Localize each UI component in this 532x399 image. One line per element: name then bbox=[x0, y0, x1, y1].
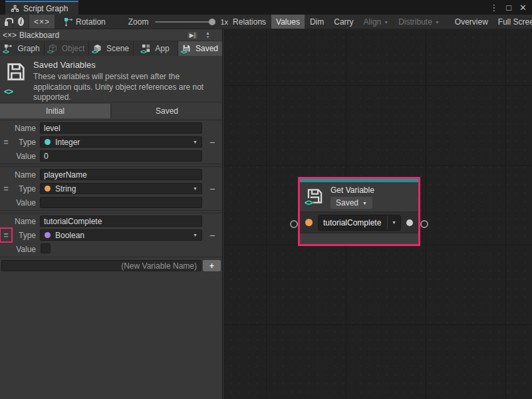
chevron-down-icon: ▼ bbox=[193, 186, 198, 191]
saved-variables-info: <> Saved Variables These variables will … bbox=[0, 56, 222, 102]
remove-variable-button[interactable]: − bbox=[205, 137, 219, 148]
relations-button[interactable]: Relations bbox=[228, 15, 271, 29]
breadcrumb-label: Rotation bbox=[76, 17, 106, 27]
menu-icon[interactable]: ⋮ bbox=[489, 3, 498, 13]
scene-cube-icon: <> bbox=[93, 44, 103, 53]
info-icon: i bbox=[18, 17, 24, 26]
node-title: Get Variable bbox=[331, 186, 374, 195]
saved-variable-icon: <> bbox=[306, 186, 324, 208]
chevron-down-icon: ▼ bbox=[193, 140, 198, 144]
variable-name-input[interactable] bbox=[40, 122, 202, 134]
app-squares-icon: <> bbox=[142, 44, 152, 53]
remove-variable-button[interactable]: − bbox=[205, 230, 219, 241]
object-cube-icon: <> bbox=[49, 44, 59, 53]
value-set-tabs: Initial Saved bbox=[0, 104, 222, 118]
type-color-dot bbox=[45, 139, 51, 145]
variable-name-dropdown[interactable]: tutorialComplete ▼ bbox=[318, 215, 401, 231]
inspect-button[interactable]: i bbox=[13, 15, 29, 29]
graph-toolbar: i <×> Rotation Zoom 1x Relations Values … bbox=[0, 15, 532, 29]
maximize-icon[interactable]: □ bbox=[506, 3, 511, 13]
variable-name-input[interactable] bbox=[40, 169, 202, 180]
overview-button[interactable]: Overview bbox=[450, 15, 493, 29]
zoom-slider[interactable] bbox=[155, 21, 213, 23]
lock-icon bbox=[5, 21, 8, 26]
carry-button[interactable]: Carry bbox=[329, 15, 358, 29]
drag-handle-icon-highlighted[interactable]: = bbox=[1, 229, 11, 241]
zoom-label: Zoom bbox=[128, 17, 149, 27]
variable-value-input[interactable] bbox=[40, 197, 202, 208]
type-color-dot bbox=[45, 186, 51, 192]
graph-port-left[interactable] bbox=[290, 220, 298, 228]
output-port-icon[interactable] bbox=[406, 219, 413, 226]
add-variable-button[interactable]: + bbox=[203, 260, 221, 271]
flow-graph-icon: <> bbox=[4, 44, 14, 53]
node-header[interactable]: <> Get Variable Saved▼ bbox=[300, 182, 418, 211]
new-variable-name-input[interactable] bbox=[1, 260, 201, 271]
variable-scope-dropdown[interactable]: Saved▼ bbox=[331, 197, 372, 209]
chevron-down-icon: ▼ bbox=[387, 215, 400, 230]
tab-saved[interactable]: <> Saved bbox=[178, 41, 222, 56]
type-dropdown[interactable]: String▼ bbox=[40, 183, 202, 194]
lock-button[interactable] bbox=[0, 15, 13, 29]
floppy-disk-icon: <> bbox=[5, 61, 27, 98]
type-dropdown[interactable]: Integer▼ bbox=[40, 136, 202, 148]
window-title: Script Graph bbox=[23, 4, 68, 13]
dim-button[interactable]: Dim bbox=[305, 15, 329, 29]
graph-breadcrumb-root[interactable]: Rotation bbox=[59, 15, 110, 29]
drag-handle-icon[interactable]: = bbox=[1, 182, 11, 195]
input-port-icon[interactable] bbox=[305, 219, 313, 226]
type-color-dot bbox=[45, 232, 51, 238]
variables-toggle-button[interactable]: <×> bbox=[29, 15, 55, 29]
variable-value-input[interactable] bbox=[40, 150, 202, 162]
variable-row: Name = Type Boolean▼ − Value bbox=[0, 213, 222, 257]
align-button: Align▼ bbox=[359, 15, 394, 29]
variable-value-checkbox[interactable] bbox=[41, 243, 51, 253]
drag-handle-icon[interactable]: = bbox=[1, 136, 11, 148]
variable-scope-tabs: <> Graph <> Object <> Scene <> App <> bbox=[0, 41, 222, 56]
graph-port-right[interactable] bbox=[420, 220, 428, 228]
saved-variables-title: Saved Variables bbox=[33, 60, 217, 70]
close-icon[interactable]: ✕ bbox=[519, 3, 527, 13]
blackboard-title: Blackboard bbox=[19, 31, 185, 40]
subtab-saved[interactable]: Saved bbox=[112, 104, 222, 118]
distribute-button: Distribute▼ bbox=[394, 15, 444, 29]
tab-app[interactable]: <> App bbox=[134, 41, 178, 56]
chevron-down-icon: ▼ bbox=[362, 201, 367, 205]
remove-variable-button[interactable]: − bbox=[205, 184, 219, 194]
dock-icon[interactable]: ▶| bbox=[188, 32, 198, 39]
variable-row: Name = Type Integer▼ − Value bbox=[0, 120, 222, 164]
zoom-value: 1x bbox=[220, 18, 228, 26]
fullscreen-button[interactable]: Full Screen bbox=[493, 15, 532, 29]
variable-name-input[interactable] bbox=[40, 215, 202, 227]
node-footer bbox=[300, 233, 418, 244]
tab-script-graph[interactable]: Script Graph bbox=[5, 1, 78, 15]
scroll-down-icon[interactable]: ▼ bbox=[205, 35, 210, 39]
tab-scene[interactable]: <> Scene bbox=[89, 41, 133, 56]
variables-icon: <×> bbox=[3, 31, 17, 40]
new-variable-row: + bbox=[0, 259, 222, 272]
saved-floppy-icon: <> bbox=[182, 44, 192, 53]
get-variable-node[interactable]: <> Get Variable Saved▼ tutorialComplete … bbox=[298, 177, 420, 246]
tab-object: <> Object bbox=[45, 41, 88, 56]
blackboard-panel: <×> Blackboard ▶| ▲ ▼ <> Graph <> Object… bbox=[0, 29, 223, 399]
chevron-down-icon: ▼ bbox=[193, 233, 198, 237]
tab-graph[interactable]: <> Graph bbox=[0, 41, 44, 56]
blackboard-header: <×> Blackboard ▶| ▲ ▼ bbox=[0, 29, 222, 41]
values-button[interactable]: Values bbox=[271, 15, 305, 29]
saved-variables-description: These variables will persist even after … bbox=[33, 72, 217, 103]
variable-list: Name = Type Integer▼ − Value Name = T bbox=[0, 120, 222, 272]
node-body: tutorialComplete ▼ bbox=[300, 211, 418, 233]
variable-row: Name = Type String▼ − Value bbox=[0, 166, 222, 211]
subtab-initial[interactable]: Initial bbox=[0, 104, 110, 118]
window-titlebar: Script Graph ⋮ □ ✕ bbox=[0, 0, 532, 15]
zoom-slider-knob[interactable] bbox=[209, 19, 215, 25]
graph-hierarchy-icon bbox=[11, 4, 19, 13]
chevron-down-icon: ▼ bbox=[435, 20, 440, 25]
rotation-node-icon bbox=[64, 17, 73, 27]
type-dropdown[interactable]: Boolean▼ bbox=[40, 229, 202, 241]
chevron-down-icon: ▼ bbox=[384, 20, 388, 25]
